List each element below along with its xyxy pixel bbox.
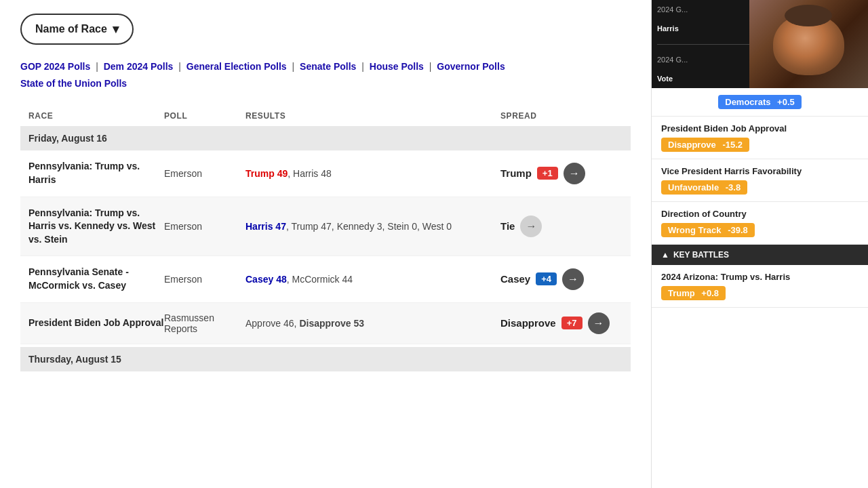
date-row-friday: Friday, August 16 xyxy=(20,126,631,150)
results-cell: Approve 46, Disapprove 53 xyxy=(245,318,500,329)
spread-cell: Casey +4 → xyxy=(500,268,623,290)
key-battles-label: KEY BATTLES xyxy=(673,250,729,260)
sidebar-biden-section: President Biden Job Approval Disapprove … xyxy=(652,117,868,159)
nav-governor[interactable]: Governor Polls xyxy=(437,61,505,72)
race-name: President Biden Job Approval xyxy=(28,317,164,330)
table-row: Pennsylvania: Trump vs. Harris Emerson T… xyxy=(20,150,631,197)
rest-text: , Harris 48 xyxy=(288,168,332,179)
leader-text: Harris 47 xyxy=(245,221,286,232)
date-label-thursday: Thursday, August 15 xyxy=(28,354,121,365)
sidebar-harris-badge: Unfavorable -3.8 xyxy=(661,180,747,195)
date-label-friday: Friday, August 16 xyxy=(28,133,107,144)
spread-cell: Tie → xyxy=(500,216,623,237)
triangle-icon: ▲ xyxy=(661,250,669,260)
spread-cell: Trump +1 → xyxy=(500,163,623,184)
nav-dem[interactable]: Dem 2024 Polls xyxy=(104,61,174,72)
spread-name: Disapprove xyxy=(500,317,556,329)
nav-gop[interactable]: GOP 2024 Polls xyxy=(20,61,90,72)
arrow-button[interactable]: → xyxy=(588,312,610,334)
spread-badge: +1 xyxy=(537,167,558,180)
chevron-down-icon: ▾ xyxy=(113,22,119,37)
col-race: RACE xyxy=(28,111,164,121)
table-header: RACE POLL RESULTS SPREAD xyxy=(20,106,631,126)
arrow-button[interactable]: → xyxy=(564,163,585,184)
col-poll: POLL xyxy=(164,111,245,121)
race-name: Pennsylvania: Trump vs. Harris vs. Kenne… xyxy=(28,207,164,247)
sidebar-arizona-title: 2024 Arizona: Trump vs. Harris xyxy=(661,272,859,282)
poll-name: Emerson xyxy=(164,168,245,179)
sidebar-harris-title: Vice President Harris Favorability xyxy=(661,166,859,176)
video-face xyxy=(749,0,868,88)
spread-name: Tie xyxy=(500,220,515,232)
table-row: President Biden Job Approval Rasmussen R… xyxy=(20,303,631,344)
dropdown-label: Name of Race xyxy=(35,23,107,35)
race-dropdown[interactable]: Name of Race ▾ xyxy=(20,14,134,45)
sidebar-direction-title: Direction of Country xyxy=(661,209,859,219)
spread-badge: +4 xyxy=(536,272,557,285)
nav-senate[interactable]: Senate Polls xyxy=(300,61,356,72)
sidebar-harris-section: Vice President Harris Favorability Unfav… xyxy=(652,159,868,202)
rest-text: , Trump 47, Kennedy 3, Stein 0, West 0 xyxy=(286,221,452,232)
arrow-button[interactable]: → xyxy=(562,268,584,290)
sidebar: 2024 G... Harris 2024 G... Vote Democrat… xyxy=(651,0,868,488)
rest-text: , McCormick 44 xyxy=(287,274,353,285)
rest-text: Approve 46, xyxy=(245,318,299,329)
bold-text: Disapprove 53 xyxy=(299,318,364,329)
sidebar-arizona-badge: Trump +0.8 xyxy=(661,286,726,300)
results-cell: Harris 47, Trump 47, Kennedy 3, Stein 0,… xyxy=(245,221,500,232)
sidebar-video-area: 2024 G... Harris 2024 G... Vote xyxy=(652,0,868,88)
table-row: Pennsylvania: Trump vs. Harris vs. Kenne… xyxy=(20,197,631,257)
results-cell: Casey 48, McCormick 44 xyxy=(245,274,500,285)
results-cell: Trump 49, Harris 48 xyxy=(245,168,500,179)
main-content: Name of Race ▾ GOP 2024 Polls | Dem 2024… xyxy=(0,0,651,488)
sidebar-arizona-section: 2024 Arizona: Trump vs. Harris Trump +0.… xyxy=(652,265,868,308)
leader-text: Casey 48 xyxy=(245,274,287,285)
nav-sotu[interactable]: State of the Union Polls xyxy=(20,78,127,89)
key-battles-header: ▲ KEY BATTLES xyxy=(652,245,868,265)
poll-name: Rasmussen Reports xyxy=(164,312,245,334)
poll-name: Emerson xyxy=(164,274,245,285)
sidebar-direction-badge: Wrong Track -39.8 xyxy=(661,223,755,237)
poll-name: Emerson xyxy=(164,221,245,232)
spread-name: Casey xyxy=(500,273,530,285)
race-name: Pennsylvania Senate - McCormick vs. Case… xyxy=(28,266,164,292)
table-row: Pennsylvania Senate - McCormick vs. Case… xyxy=(20,256,631,302)
sidebar-label-3: 2024 G... xyxy=(657,56,755,64)
democrats-badge: Democrats +0.5 xyxy=(718,95,802,109)
sidebar-direction-section: Direction of Country Wrong Track -39.8 xyxy=(652,202,868,245)
leader-text: Trump 49 xyxy=(245,168,288,179)
sidebar-label-1: 2024 G... xyxy=(657,5,755,14)
spread-badge: +7 xyxy=(561,317,583,329)
sidebar-label-4: Vote xyxy=(657,75,755,83)
col-spread: SPREAD xyxy=(500,111,623,121)
sidebar-label-2: Harris xyxy=(657,24,755,33)
race-name: Pennsylvania: Trump vs. Harris xyxy=(28,160,164,186)
nav-general[interactable]: General Election Polls xyxy=(186,61,287,72)
sidebar-biden-title: President Biden Job Approval xyxy=(661,123,859,134)
col-results: RESULTS xyxy=(245,111,500,121)
nav-links: GOP 2024 Polls | Dem 2024 Polls | Genera… xyxy=(20,58,631,92)
sidebar-biden-badge: Disapprove -15.2 xyxy=(661,138,749,152)
democrats-section: Democrats +0.5 xyxy=(652,88,868,117)
arrow-button[interactable]: → xyxy=(520,216,542,237)
nav-house[interactable]: House Polls xyxy=(370,61,424,72)
spread-cell: Disapprove +7 → xyxy=(500,312,623,334)
spread-name: Trump xyxy=(500,167,532,179)
date-row-thursday: Thursday, August 15 xyxy=(20,347,631,371)
